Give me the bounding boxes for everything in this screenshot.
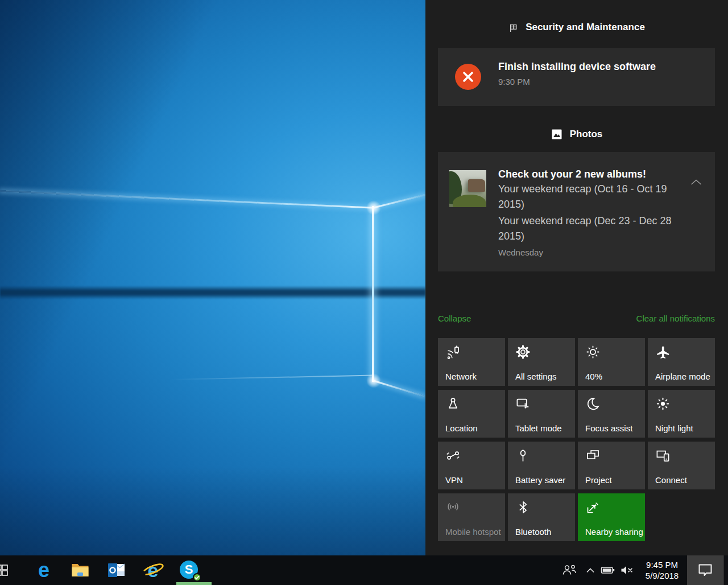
battery-icon: [601, 563, 615, 577]
quick-action-tablet-mode[interactable]: Tablet mode: [508, 390, 575, 438]
group-title: Security and Maintenance: [526, 22, 645, 33]
clear-all-notifications-link[interactable]: Clear all notifications: [636, 314, 715, 323]
vpn-icon: [445, 448, 461, 463]
skype-taskbar-button[interactable]: S: [171, 555, 208, 585]
running-app-indicator: [176, 582, 212, 585]
screen: Security and Maintenance Finish installi…: [0, 0, 728, 585]
quick-action-brightness[interactable]: 40%: [578, 338, 645, 386]
taskbar-apps: e e: [0, 555, 208, 585]
tile-label: Location: [445, 423, 478, 433]
show-desktop-strip[interactable]: [723, 555, 728, 585]
moon-icon: [585, 396, 601, 411]
system-tray: 9:45 PM 5/9/2018: [556, 555, 728, 585]
edge-taskbar-button[interactable]: e: [26, 555, 62, 585]
hotspot-icon: [445, 500, 461, 515]
notification-group-header-photos[interactable]: Photos: [425, 129, 728, 140]
chevron-up-icon[interactable]: [689, 177, 704, 187]
show-hidden-icons-button[interactable]: [582, 555, 598, 585]
tile-label: Focus assist: [585, 423, 632, 433]
notification-title: Check out your 2 new albums!: [498, 168, 692, 180]
leaf-icon: [515, 448, 531, 463]
tile-label: Tablet mode: [515, 423, 562, 433]
quick-action-links: Collapse Clear all notifications: [438, 314, 715, 323]
quick-action-all-settings[interactable]: All settings: [508, 338, 575, 386]
outlook-taskbar-button[interactable]: [98, 555, 135, 585]
action-center-comment-icon: [697, 562, 714, 578]
group-title: Photos: [570, 129, 603, 140]
wallpaper-window-edge-light: [372, 206, 374, 382]
notification-time: Wednesday: [498, 248, 692, 257]
airplane-icon: [655, 344, 671, 360]
brightness-icon: [585, 344, 601, 360]
wallpaper-light-beam: [171, 375, 373, 380]
desktop-wallpaper: [0, 0, 425, 555]
quick-action-vpn[interactable]: VPN: [438, 442, 505, 489]
notification-text: Check out your 2 new albums! Your weeken…: [498, 168, 692, 257]
error-x-icon: [455, 64, 481, 90]
notification-badge-column: [438, 48, 498, 106]
outlook-icon: [107, 562, 126, 578]
tablet-mode-icon: [515, 396, 531, 411]
tile-label: Connect: [655, 475, 687, 485]
taskbar: e e: [0, 555, 728, 585]
bluetooth-icon: [515, 500, 531, 515]
nearby-sharing-icon: [585, 500, 601, 515]
chevron-up-icon: [586, 568, 594, 573]
volume-button[interactable]: [618, 555, 637, 585]
wallpaper-dark-band: [0, 286, 425, 299]
tile-label: Project: [585, 475, 612, 485]
online-check-badge: [193, 573, 201, 582]
quick-action-network[interactable]: Network: [438, 338, 505, 386]
start-windows-icon-partial: [0, 561, 11, 579]
file-explorer-icon: [71, 563, 89, 578]
tile-label: All settings: [515, 372, 557, 381]
notification-time: 9:30 PM: [498, 77, 656, 86]
settings-gear-icon: [515, 344, 531, 360]
tile-label: Network: [445, 372, 477, 381]
internet-explorer-taskbar-button[interactable]: e: [135, 555, 171, 585]
quick-action-nearby-sharing[interactable]: Nearby sharing: [578, 493, 645, 541]
quick-action-night-light[interactable]: Night light: [648, 390, 715, 438]
start-button[interactable]: [0, 555, 17, 585]
people-button[interactable]: [556, 555, 582, 585]
quick-action-project[interactable]: Project: [578, 442, 645, 489]
action-center-panel: Security and Maintenance Finish installi…: [425, 0, 728, 555]
people-icon: [561, 563, 578, 578]
quick-action-airplane-mode[interactable]: Airplane mode: [648, 338, 715, 386]
tile-label: Nearby sharing: [585, 527, 643, 537]
quick-action-location[interactable]: Location: [438, 390, 505, 438]
tile-label: Battery saver: [515, 475, 565, 485]
network-icon: [445, 344, 461, 360]
connect-devices-icon: [655, 448, 671, 463]
quick-action-battery-saver[interactable]: Battery saver: [508, 442, 575, 489]
tile-label: Airplane mode: [655, 372, 710, 381]
wallpaper-glow: [366, 200, 381, 215]
battery-button[interactable]: [598, 555, 618, 585]
night-light-sun-icon: [655, 396, 671, 411]
quick-action-connect[interactable]: Connect: [648, 442, 715, 489]
album-photo-thumbnail: [449, 170, 486, 207]
file-explorer-taskbar-button[interactable]: [62, 555, 98, 585]
quick-action-mobile-hotspot[interactable]: Mobile hotspot: [438, 493, 505, 541]
action-center-button[interactable]: [687, 555, 723, 585]
notification-group-header-security[interactable]: Security and Maintenance: [425, 22, 728, 33]
quick-actions-grid: Network All settings 40%: [438, 338, 715, 541]
notification-security[interactable]: Finish installing device software 9:30 P…: [438, 48, 715, 106]
quick-action-bluetooth[interactable]: Bluetooth: [508, 493, 575, 541]
tile-label: Mobile hotspot: [445, 527, 501, 537]
quick-action-focus-assist[interactable]: Focus assist: [578, 390, 645, 438]
project-screens-icon: [585, 448, 601, 463]
flag-icon: [508, 23, 518, 32]
clock[interactable]: 9:45 PM 5/9/2018: [637, 555, 687, 585]
collapse-link[interactable]: Collapse: [438, 314, 471, 323]
tile-label: VPN: [445, 475, 463, 485]
tile-label: Bluetooth: [515, 527, 551, 537]
album-line-1: Your weekend recap (Oct 16 - Oct 19 2015…: [498, 182, 692, 212]
wallpaper-light-beam: [0, 190, 374, 209]
clock-time: 9:45 PM: [646, 559, 678, 570]
volume-muted-icon: [620, 563, 635, 577]
notification-photos[interactable]: Check out your 2 new albums! Your weeken…: [438, 152, 715, 271]
tile-label: 40%: [585, 372, 602, 381]
album-line-2: Your weekend recap (Dec 23 - Dec 28 2015…: [498, 213, 692, 244]
tile-label: Night light: [655, 423, 693, 433]
